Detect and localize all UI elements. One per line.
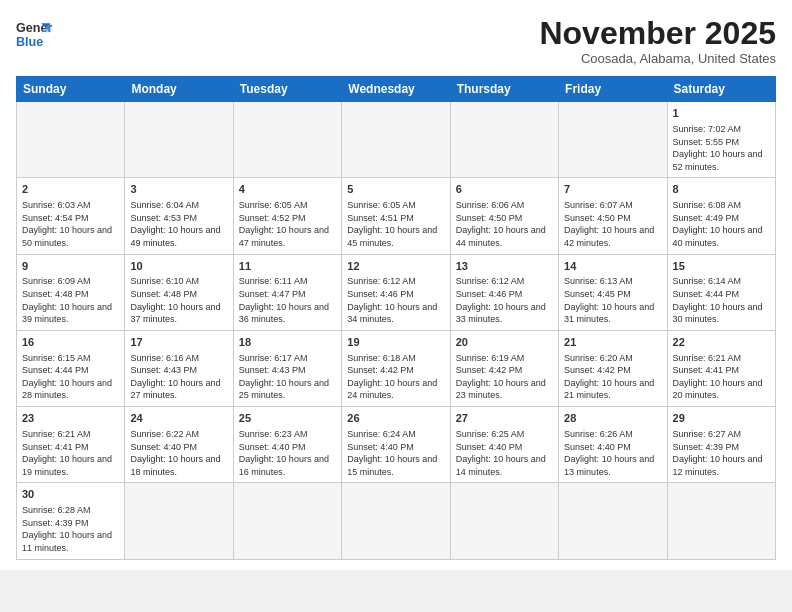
day-number: 6 bbox=[456, 182, 553, 197]
day-cell bbox=[125, 102, 233, 178]
day-number: 18 bbox=[239, 335, 336, 350]
day-info: Sunrise: 6:11 AM Sunset: 4:47 PM Dayligh… bbox=[239, 275, 336, 325]
week-row-1: 2Sunrise: 6:03 AM Sunset: 4:54 PM Daylig… bbox=[17, 178, 776, 254]
day-cell: 29Sunrise: 6:27 AM Sunset: 4:39 PM Dayli… bbox=[667, 407, 775, 483]
day-number: 30 bbox=[22, 487, 119, 502]
day-cell: 21Sunrise: 6:20 AM Sunset: 4:42 PM Dayli… bbox=[559, 330, 667, 406]
day-number: 9 bbox=[22, 259, 119, 274]
day-number: 14 bbox=[564, 259, 661, 274]
day-info: Sunrise: 6:17 AM Sunset: 4:43 PM Dayligh… bbox=[239, 352, 336, 402]
day-cell: 20Sunrise: 6:19 AM Sunset: 4:42 PM Dayli… bbox=[450, 330, 558, 406]
day-info: Sunrise: 6:16 AM Sunset: 4:43 PM Dayligh… bbox=[130, 352, 227, 402]
day-cell bbox=[17, 102, 125, 178]
day-number: 7 bbox=[564, 182, 661, 197]
day-cell: 25Sunrise: 6:23 AM Sunset: 4:40 PM Dayli… bbox=[233, 407, 341, 483]
day-number: 11 bbox=[239, 259, 336, 274]
day-number: 23 bbox=[22, 411, 119, 426]
location: Coosada, Alabama, United States bbox=[539, 51, 776, 66]
day-info: Sunrise: 6:21 AM Sunset: 4:41 PM Dayligh… bbox=[673, 352, 770, 402]
logo: General Blue bbox=[16, 16, 52, 52]
col-header-wednesday: Wednesday bbox=[342, 77, 450, 102]
day-number: 16 bbox=[22, 335, 119, 350]
header: General Blue November 2025 Coosada, Alab… bbox=[16, 16, 776, 66]
day-cell: 30Sunrise: 6:28 AM Sunset: 4:39 PM Dayli… bbox=[17, 483, 125, 559]
day-info: Sunrise: 6:14 AM Sunset: 4:44 PM Dayligh… bbox=[673, 275, 770, 325]
day-info: Sunrise: 6:05 AM Sunset: 4:52 PM Dayligh… bbox=[239, 199, 336, 249]
day-cell: 12Sunrise: 6:12 AM Sunset: 4:46 PM Dayli… bbox=[342, 254, 450, 330]
day-cell: 10Sunrise: 6:10 AM Sunset: 4:48 PM Dayli… bbox=[125, 254, 233, 330]
day-number: 4 bbox=[239, 182, 336, 197]
day-cell bbox=[233, 483, 341, 559]
day-info: Sunrise: 6:15 AM Sunset: 4:44 PM Dayligh… bbox=[22, 352, 119, 402]
day-number: 8 bbox=[673, 182, 770, 197]
day-cell: 18Sunrise: 6:17 AM Sunset: 4:43 PM Dayli… bbox=[233, 330, 341, 406]
day-cell: 16Sunrise: 6:15 AM Sunset: 4:44 PM Dayli… bbox=[17, 330, 125, 406]
week-row-4: 23Sunrise: 6:21 AM Sunset: 4:41 PM Dayli… bbox=[17, 407, 776, 483]
day-number: 28 bbox=[564, 411, 661, 426]
day-info: Sunrise: 6:27 AM Sunset: 4:39 PM Dayligh… bbox=[673, 428, 770, 478]
calendar-header-row: SundayMondayTuesdayWednesdayThursdayFrid… bbox=[17, 77, 776, 102]
logo-icon: General Blue bbox=[16, 16, 52, 52]
week-row-0: 1Sunrise: 7:02 AM Sunset: 5:55 PM Daylig… bbox=[17, 102, 776, 178]
day-cell: 1Sunrise: 7:02 AM Sunset: 5:55 PM Daylig… bbox=[667, 102, 775, 178]
col-header-sunday: Sunday bbox=[17, 77, 125, 102]
day-cell bbox=[342, 483, 450, 559]
day-info: Sunrise: 6:08 AM Sunset: 4:49 PM Dayligh… bbox=[673, 199, 770, 249]
day-number: 10 bbox=[130, 259, 227, 274]
day-info: Sunrise: 6:10 AM Sunset: 4:48 PM Dayligh… bbox=[130, 275, 227, 325]
day-info: Sunrise: 6:20 AM Sunset: 4:42 PM Dayligh… bbox=[564, 352, 661, 402]
calendar: SundayMondayTuesdayWednesdayThursdayFrid… bbox=[16, 76, 776, 559]
day-info: Sunrise: 6:25 AM Sunset: 4:40 PM Dayligh… bbox=[456, 428, 553, 478]
day-cell: 9Sunrise: 6:09 AM Sunset: 4:48 PM Daylig… bbox=[17, 254, 125, 330]
day-cell: 2Sunrise: 6:03 AM Sunset: 4:54 PM Daylig… bbox=[17, 178, 125, 254]
day-info: Sunrise: 6:19 AM Sunset: 4:42 PM Dayligh… bbox=[456, 352, 553, 402]
day-number: 26 bbox=[347, 411, 444, 426]
day-number: 3 bbox=[130, 182, 227, 197]
day-cell: 19Sunrise: 6:18 AM Sunset: 4:42 PM Dayli… bbox=[342, 330, 450, 406]
col-header-thursday: Thursday bbox=[450, 77, 558, 102]
day-cell bbox=[233, 102, 341, 178]
day-info: Sunrise: 6:12 AM Sunset: 4:46 PM Dayligh… bbox=[456, 275, 553, 325]
col-header-saturday: Saturday bbox=[667, 77, 775, 102]
title-block: November 2025 Coosada, Alabama, United S… bbox=[539, 16, 776, 66]
day-number: 1 bbox=[673, 106, 770, 121]
day-info: Sunrise: 6:05 AM Sunset: 4:51 PM Dayligh… bbox=[347, 199, 444, 249]
day-info: Sunrise: 7:02 AM Sunset: 5:55 PM Dayligh… bbox=[673, 123, 770, 173]
day-info: Sunrise: 6:04 AM Sunset: 4:53 PM Dayligh… bbox=[130, 199, 227, 249]
day-cell bbox=[559, 483, 667, 559]
day-cell: 17Sunrise: 6:16 AM Sunset: 4:43 PM Dayli… bbox=[125, 330, 233, 406]
day-number: 13 bbox=[456, 259, 553, 274]
day-cell: 14Sunrise: 6:13 AM Sunset: 4:45 PM Dayli… bbox=[559, 254, 667, 330]
day-info: Sunrise: 6:23 AM Sunset: 4:40 PM Dayligh… bbox=[239, 428, 336, 478]
day-cell bbox=[125, 483, 233, 559]
day-cell bbox=[559, 102, 667, 178]
day-cell: 4Sunrise: 6:05 AM Sunset: 4:52 PM Daylig… bbox=[233, 178, 341, 254]
day-number: 15 bbox=[673, 259, 770, 274]
day-cell: 3Sunrise: 6:04 AM Sunset: 4:53 PM Daylig… bbox=[125, 178, 233, 254]
day-number: 12 bbox=[347, 259, 444, 274]
day-cell: 7Sunrise: 6:07 AM Sunset: 4:50 PM Daylig… bbox=[559, 178, 667, 254]
day-cell: 11Sunrise: 6:11 AM Sunset: 4:47 PM Dayli… bbox=[233, 254, 341, 330]
day-info: Sunrise: 6:13 AM Sunset: 4:45 PM Dayligh… bbox=[564, 275, 661, 325]
day-number: 27 bbox=[456, 411, 553, 426]
day-info: Sunrise: 6:21 AM Sunset: 4:41 PM Dayligh… bbox=[22, 428, 119, 478]
day-number: 22 bbox=[673, 335, 770, 350]
page: General Blue November 2025 Coosada, Alab… bbox=[0, 0, 792, 570]
day-info: Sunrise: 6:03 AM Sunset: 4:54 PM Dayligh… bbox=[22, 199, 119, 249]
day-info: Sunrise: 6:06 AM Sunset: 4:50 PM Dayligh… bbox=[456, 199, 553, 249]
day-info: Sunrise: 6:07 AM Sunset: 4:50 PM Dayligh… bbox=[564, 199, 661, 249]
day-cell: 23Sunrise: 6:21 AM Sunset: 4:41 PM Dayli… bbox=[17, 407, 125, 483]
day-info: Sunrise: 6:22 AM Sunset: 4:40 PM Dayligh… bbox=[130, 428, 227, 478]
day-cell: 8Sunrise: 6:08 AM Sunset: 4:49 PM Daylig… bbox=[667, 178, 775, 254]
week-row-3: 16Sunrise: 6:15 AM Sunset: 4:44 PM Dayli… bbox=[17, 330, 776, 406]
day-cell bbox=[450, 483, 558, 559]
day-info: Sunrise: 6:24 AM Sunset: 4:40 PM Dayligh… bbox=[347, 428, 444, 478]
svg-text:Blue: Blue bbox=[16, 35, 43, 49]
day-number: 21 bbox=[564, 335, 661, 350]
day-cell: 6Sunrise: 6:06 AM Sunset: 4:50 PM Daylig… bbox=[450, 178, 558, 254]
week-row-2: 9Sunrise: 6:09 AM Sunset: 4:48 PM Daylig… bbox=[17, 254, 776, 330]
day-cell: 22Sunrise: 6:21 AM Sunset: 4:41 PM Dayli… bbox=[667, 330, 775, 406]
day-cell: 24Sunrise: 6:22 AM Sunset: 4:40 PM Dayli… bbox=[125, 407, 233, 483]
day-cell: 13Sunrise: 6:12 AM Sunset: 4:46 PM Dayli… bbox=[450, 254, 558, 330]
day-cell bbox=[450, 102, 558, 178]
